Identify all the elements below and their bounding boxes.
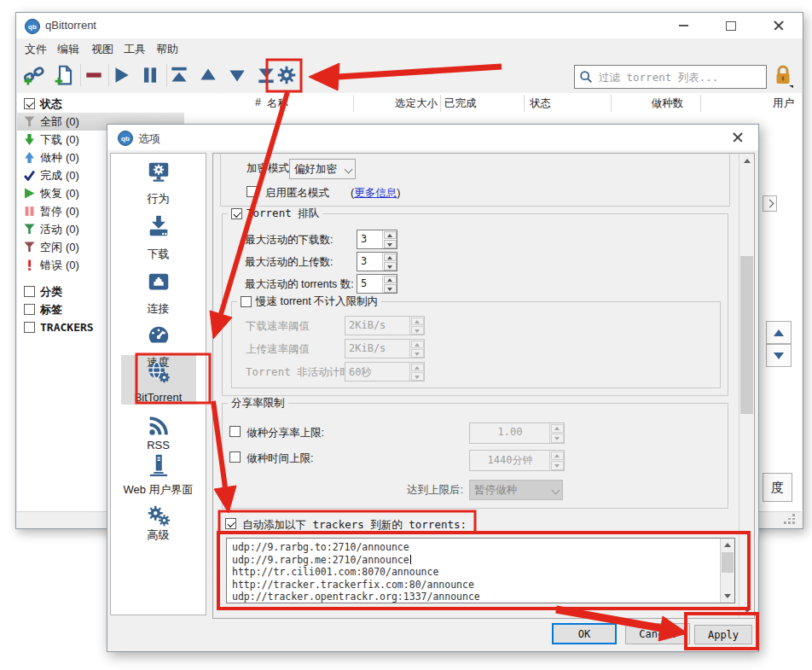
share-ratio-group: 分享率限制 做种分享率上限: 1.00 做种时间上限: 1440分钟 达到上限后… — [222, 403, 728, 509]
sidebar-item-rss[interactable] — [146, 413, 171, 439]
ratio-action-dropdown: 暂停做种 — [469, 480, 563, 500]
sidebar-item-downloads[interactable] — [146, 213, 171, 239]
column-done[interactable]: 已完成 — [444, 96, 477, 111]
dialog-close-button[interactable] — [726, 129, 750, 146]
tags-checkbox[interactable] — [24, 304, 35, 315]
more-info-link[interactable]: 更多信息 — [354, 187, 397, 199]
column-seeds[interactable]: 做种数 — [615, 96, 683, 111]
close-icon — [733, 132, 743, 143]
scroll-down-arrow-icon[interactable] — [721, 590, 734, 603]
gears-icon — [146, 504, 171, 529]
increase-priority-button[interactable] — [197, 64, 219, 86]
anonymous-mode-checkbox[interactable] — [246, 186, 258, 197]
sidebar-label-behavior[interactable]: 行为 — [111, 191, 206, 207]
category-checkbox[interactable] — [24, 286, 35, 297]
bottom-priority-button[interactable] — [255, 64, 277, 86]
content-scrollbar[interactable] — [739, 154, 754, 618]
ok-button[interactable]: OK — [552, 623, 617, 644]
column-user[interactable]: 用户 — [726, 96, 794, 111]
column-status[interactable]: 状态 — [530, 96, 551, 111]
header-scroll-right-button[interactable] — [763, 195, 777, 212]
seed-time-checkbox[interactable] — [229, 452, 241, 463]
column-size[interactable]: 选定大小 — [369, 96, 438, 111]
sidebar-item-connection[interactable] — [146, 269, 171, 294]
max-downloads-spinbox[interactable]: 3 — [357, 230, 397, 249]
cancel-button[interactable]: Cancel — [625, 623, 690, 644]
slow-torrent-checkbox[interactable] — [241, 296, 252, 307]
seed-ratio-checkbox[interactable] — [229, 426, 241, 437]
add-torrent-file-button[interactable] — [54, 64, 76, 86]
scroll-down-button[interactable] — [766, 344, 792, 367]
spin-down-icon[interactable] — [384, 262, 397, 271]
remove-torrent-button[interactable] — [83, 64, 105, 86]
spin-up-icon[interactable] — [384, 231, 397, 240]
tracker-line: http://tr.cili001.com:8070/announce — [232, 566, 717, 579]
add-torrent-link-button[interactable] — [23, 64, 45, 86]
sidebar-item-behavior[interactable] — [146, 160, 171, 185]
sidebar-label-downloads[interactable]: 下载 — [111, 247, 206, 262]
status-checkbox[interactable] — [24, 98, 35, 109]
maximize-button[interactable] — [719, 17, 743, 34]
scroll-up-arrow-icon[interactable] — [721, 539, 734, 551]
resume-button[interactable] — [110, 64, 132, 86]
sidebar-item-advanced[interactable] — [146, 504, 171, 529]
textarea-scrollbar[interactable] — [720, 539, 734, 603]
scrollbar-thumb[interactable] — [740, 256, 753, 414]
torrent-queueing-checkbox[interactable] — [231, 208, 242, 219]
spin-down-icon[interactable] — [384, 240, 397, 248]
decrease-priority-button[interactable] — [226, 64, 248, 86]
top-priority-button[interactable] — [168, 64, 190, 86]
scroll-up-arrow-icon[interactable] — [740, 154, 754, 168]
menu-view[interactable]: 视图 — [91, 42, 113, 59]
trackers-checkbox[interactable] — [24, 322, 35, 333]
menu-file[interactable]: 文件 — [25, 42, 47, 59]
sidebar-item-speed[interactable] — [146, 323, 171, 348]
spin-up-icon[interactable] — [384, 253, 397, 262]
encryption-dropdown[interactable]: 偏好加密 — [289, 159, 356, 179]
ratio-reached-label: 达到上限后: — [391, 483, 463, 498]
pause-button[interactable] — [139, 64, 161, 86]
torrent-queueing-group: Torrent 排队 最大活动的下载数: 3 最大活动的上传数: 3 最大活动的… — [222, 213, 728, 396]
minimize-button[interactable] — [671, 17, 695, 34]
seed-ratio-spinbox: 1.00 — [469, 422, 565, 444]
spin-down-icon[interactable] — [384, 284, 397, 293]
auto-add-trackers-checkbox[interactable] — [225, 518, 236, 529]
filter-group-status[interactable]: 状态 — [17, 95, 184, 113]
trackers-textarea[interactable]: udp://9.rarbg.to:2710/announce udp://9.r… — [226, 538, 735, 603]
main-window-title: qBittorrent — [45, 19, 96, 32]
lock-icon — [773, 64, 793, 88]
max-torrents-label: 最大活动的 torrents 数: — [245, 277, 354, 292]
apply-button[interactable]: Apply — [694, 625, 752, 644]
resize-grip[interactable] — [784, 514, 796, 524]
sidebar-label-webui[interactable]: RSS — [111, 439, 206, 452]
rss-icon — [146, 413, 171, 439]
gear-icon — [276, 64, 298, 86]
seed-ratio-label: 做种分享率上限: — [246, 426, 324, 440]
column-number[interactable]: # — [227, 96, 261, 108]
sidebar-item-webui[interactable] — [146, 452, 171, 478]
scroll-down-arrow-icon[interactable] — [740, 603, 754, 618]
scrollbar-thumb[interactable] — [722, 552, 734, 573]
lock-filter-button[interactable] — [773, 64, 793, 90]
move-top-icon — [168, 64, 190, 86]
menu-help[interactable]: 帮助 — [156, 42, 178, 59]
max-torrents-spinbox[interactable]: 5 — [357, 274, 397, 294]
spin-up-icon[interactable] — [384, 276, 397, 284]
close-button[interactable] — [767, 17, 791, 34]
column-name[interactable]: 名称 — [267, 96, 288, 111]
ul-threshold-spinbox: 2KiB/s — [345, 339, 425, 358]
sidebar-label-bittorrent[interactable]: BitTorrent — [111, 391, 206, 404]
search-input[interactable] — [597, 70, 766, 84]
options-button[interactable] — [276, 64, 298, 86]
sidebar-item-bittorrent[interactable] — [146, 360, 171, 386]
funnel-green-icon — [24, 224, 35, 235]
privacy-group: 加密模式: 偏好加密 启用匿名模式 (更多信息) — [220, 153, 730, 207]
sidebar-label-connection[interactable]: 连接 — [111, 301, 206, 317]
sidebar-label-advanced[interactable]: 高级 — [111, 527, 206, 543]
sidebar-label-webui-text[interactable]: Web 用户界面 — [111, 482, 206, 498]
max-uploads-spinbox[interactable]: 3 — [357, 252, 397, 271]
toolbar-separator — [108, 64, 109, 86]
menu-tools[interactable]: 工具 — [124, 42, 146, 59]
scroll-up-button[interactable] — [766, 321, 792, 344]
menu-edit[interactable]: 编辑 — [57, 42, 79, 59]
